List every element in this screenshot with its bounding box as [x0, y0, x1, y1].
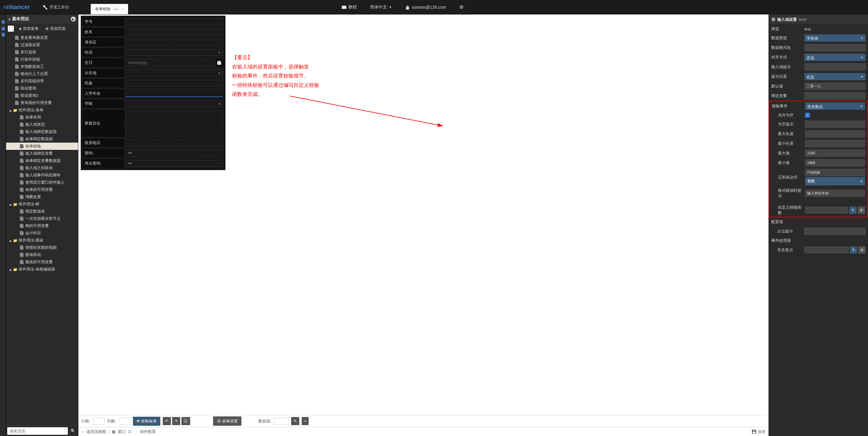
tab-active[interactable]: 表单校验 141 × — [91, 4, 128, 14]
nav-tree: 复杂查询器设置过滤器设置多行选择行操作按钮本地数据加工移动行上下位置多列高级排序… — [6, 34, 78, 236]
logo[interactable]: ≡nhancer — [3, 4, 30, 10]
tree-item[interactable]: 联动查询 — [6, 85, 78, 92]
add-page-button[interactable]: 添加页面 — [43, 25, 67, 33]
file-icon — [20, 195, 24, 199]
tree-group[interactable]: 组件用法-表单 — [6, 107, 78, 114]
form-row[interactable]: 家庭住址 — [82, 109, 224, 138]
tree-item[interactable]: 输入域事件响应脚本 — [6, 172, 78, 179]
tree-item[interactable]: 表单绑定数据源 — [6, 135, 78, 143]
calendar-icon[interactable] — [215, 61, 223, 65]
file-icon — [20, 122, 24, 127]
tree-item[interactable]: 输入域绑定数据源 — [6, 128, 78, 135]
tab-close-icon[interactable]: × — [122, 7, 124, 11]
language-switcher[interactable]: 简体中文▼ — [367, 4, 396, 10]
tree-item[interactable]: 表单布局 — [6, 114, 78, 121]
chevron-icon — [10, 108, 12, 113]
field-text[interactable] — [125, 18, 223, 25]
field-date[interactable] — [125, 59, 215, 66]
form-row[interactable]: 身份证 — [82, 37, 224, 47]
tree-item[interactable]: 多行选择 — [6, 49, 78, 56]
tree-item[interactable]: 查询器的可用变量 — [6, 99, 78, 107]
form-row[interactable]: 再次密码: — [82, 158, 224, 168]
field-text[interactable] — [125, 90, 223, 97]
field-label: 性别 — [82, 48, 124, 57]
tree-item[interactable]: 输入域类型 — [6, 121, 78, 128]
tree-item[interactable]: 移动行上下位置 — [6, 70, 78, 78]
form-row[interactable]: 学制▼ — [82, 99, 224, 109]
user-menu[interactable]: soooon@126.com — [401, 5, 450, 10]
tree-item[interactable]: 联动查询2 — [6, 92, 78, 99]
form-row[interactable]: 出生地▼ — [82, 68, 224, 78]
collapse-icon[interactable] — [8, 16, 10, 22]
file-icon — [20, 180, 24, 184]
file-icon — [15, 101, 19, 105]
form-row[interactable]: 姓名 — [82, 27, 224, 37]
field-password[interactable] — [125, 160, 223, 167]
field-label: 学号 — [82, 17, 124, 26]
add-icon — [45, 26, 49, 31]
field-textarea[interactable] — [125, 110, 223, 136]
file-icon — [15, 86, 19, 90]
form-row[interactable]: 民族 — [82, 78, 224, 88]
tree-item[interactable]: 过滤器设置 — [6, 41, 78, 49]
form-row[interactable]: 学号 — [82, 17, 224, 27]
field-label: 民族 — [82, 79, 124, 88]
field-label: 学制 — [82, 99, 124, 108]
play-icon[interactable]: ▶ — [71, 17, 76, 21]
vtab-nav-edit[interactable]: 导航编辑 — [0, 21, 6, 27]
expand-tool[interactable] — [8, 26, 14, 32]
form-row[interactable]: 联系电话 — [82, 138, 224, 148]
tree-group[interactable]: 组件用法-树 — [6, 201, 78, 208]
file-icon — [15, 36, 19, 40]
file-icon — [20, 209, 24, 213]
field-select[interactable]: ▼ — [125, 100, 223, 107]
field-password[interactable] — [125, 150, 223, 157]
file-icon — [15, 64, 19, 69]
field-label: 出生地 — [82, 68, 124, 78]
form-row[interactable]: 密码: — [82, 148, 224, 158]
field-text[interactable] — [125, 80, 223, 87]
add-menu-button[interactable]: 添加菜单 — [17, 25, 40, 33]
form-row[interactable]: 入学年份 — [82, 89, 224, 98]
field-text[interactable] — [125, 28, 223, 36]
tree-item[interactable]: 复杂查询器设置 — [6, 34, 78, 41]
file-icon — [20, 158, 24, 163]
field-select[interactable]: ▼ — [125, 69, 223, 77]
settings-button[interactable] — [456, 4, 467, 10]
tree-item[interactable]: 使用其它窗口组件输入 — [6, 179, 78, 186]
file-icon — [20, 231, 24, 235]
file-icon — [20, 216, 24, 221]
tree-item[interactable]: 本地数据加工 — [6, 63, 78, 70]
vtab-global-config[interactable]: 全局配置 — [0, 27, 6, 33]
tree-item[interactable]: 绑定数据表 — [6, 208, 78, 215]
vtab-page-manage[interactable]: 页面管理 — [0, 14, 6, 21]
tree-item[interactable]: 多列高级排序 — [6, 78, 78, 85]
tree-item[interactable]: 表单的可用变量 — [6, 186, 78, 193]
tree-item[interactable]: 表单校验 — [6, 143, 78, 150]
tree-item[interactable]: 会计科目 — [6, 229, 78, 236]
form-row[interactable]: 性别▼ — [82, 48, 224, 57]
tree-item[interactable]: 增删改查 — [6, 193, 78, 201]
field-text[interactable] — [125, 139, 223, 147]
canvas[interactable]: 学号姓名身份证性别▼生日出生地▼民族入学年份学制▼家庭住址联系电话密码:再次密码… — [79, 14, 470, 236]
folder-icon — [13, 108, 18, 113]
field-label: 生日 — [82, 58, 124, 67]
tree-item[interactable]: 一次性加载全部节点 — [6, 215, 78, 222]
file-icon — [15, 50, 19, 54]
field-text[interactable] — [125, 38, 223, 46]
file-icon — [15, 72, 19, 76]
chevron-icon — [10, 202, 12, 207]
folder-icon — [13, 202, 18, 207]
tree-item[interactable]: 行操作按钮 — [6, 56, 78, 63]
tree-item[interactable]: 树的可用变量 — [6, 222, 78, 229]
file-icon — [20, 173, 24, 177]
form-designer[interactable]: 学号姓名身份证性别▼生日出生地▼民族入学年份学制▼家庭住址联系电话密码:再次密码… — [81, 16, 225, 170]
tree-item[interactable]: 输入域绑定变量 — [6, 150, 78, 157]
form-row[interactable]: 生日 — [82, 58, 224, 67]
tutorial-link[interactable]: 教程 — [338, 4, 361, 10]
field-select[interactable]: ▼ — [125, 49, 223, 56]
field-label: 家庭住址 — [82, 119, 124, 128]
tree-item[interactable]: 表单绑定变量数据源 — [6, 157, 78, 164]
workbench-link[interactable]: 开发工作台 — [39, 4, 73, 10]
tree-item[interactable]: 输入域之间联动 — [6, 164, 78, 172]
